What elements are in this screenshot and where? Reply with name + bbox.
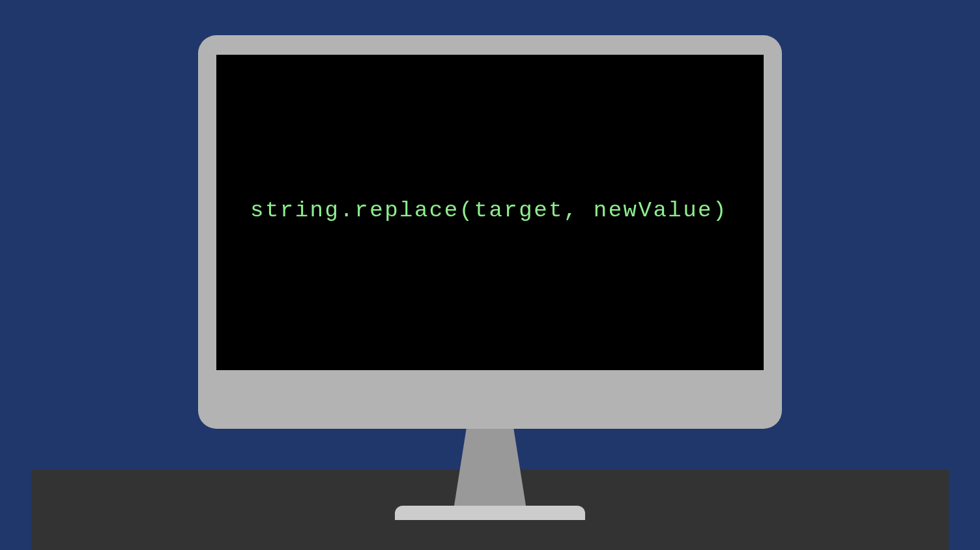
code-line: string.replace(target, newValue) bbox=[250, 198, 751, 223]
svg-marker-0 bbox=[454, 427, 526, 510]
monitor-stand-base bbox=[395, 506, 585, 520]
placeholder-text: Text bbox=[216, 233, 764, 255]
monitor-screen: string.replace(target, newValue) Text bbox=[216, 55, 764, 370]
stage: string.replace(target, newValue) Text bbox=[0, 0, 980, 550]
monitor-bezel: string.replace(target, newValue) Text bbox=[198, 35, 782, 429]
